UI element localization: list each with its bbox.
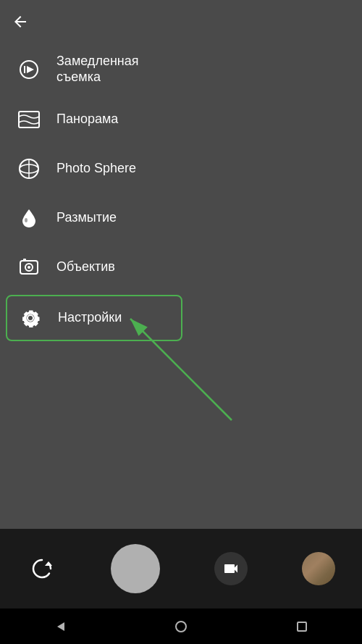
svg-point-10: [28, 266, 30, 269]
svg-marker-15: [57, 622, 64, 631]
menu-item-settings[interactable]: Настройки: [6, 295, 182, 341]
slow-motion-icon: [14, 55, 43, 84]
slow-motion-label: Замедленнаясъемка: [56, 54, 139, 85]
svg-marker-1: [27, 66, 34, 73]
svg-rect-17: [298, 622, 306, 631]
menu-item-panorama[interactable]: Панорама: [0, 95, 188, 144]
menu-item-lens[interactable]: Объектив: [0, 243, 188, 292]
nav-back-button[interactable]: [53, 619, 67, 634]
camera-view: Замедленнаясъемка Панорама: [0, 0, 362, 529]
menu-item-slow-motion[interactable]: Замедленнаясъемка: [0, 43, 188, 95]
menu-item-photo-sphere[interactable]: Photo Sphere: [0, 144, 188, 193]
lens-icon: [14, 253, 43, 282]
blur-icon: [14, 204, 43, 233]
menu-item-blur[interactable]: Размытие: [0, 193, 188, 243]
svg-marker-14: [45, 561, 52, 566]
svg-rect-3: [19, 112, 39, 127]
panorama-icon: [14, 105, 43, 134]
settings-label: Настройки: [58, 310, 122, 326]
photo-sphere-label: Photo Sphere: [56, 161, 136, 177]
rotate-camera-button[interactable]: [28, 554, 56, 583]
panorama-label: Панорама: [56, 112, 118, 127]
camera-controls-bar: [0, 529, 362, 609]
settings-icon: [16, 304, 45, 333]
nav-home-button[interactable]: [174, 619, 188, 634]
video-button[interactable]: [214, 552, 248, 585]
svg-point-7: [25, 218, 28, 222]
capture-button[interactable]: [111, 544, 160, 593]
blur-label: Размытие: [56, 210, 117, 226]
photo-sphere-icon: [14, 154, 43, 183]
nav-recent-button[interactable]: [295, 619, 309, 634]
navigation-bar: [0, 609, 362, 644]
gallery-thumbnail[interactable]: [302, 552, 335, 585]
back-button[interactable]: [12, 13, 29, 35]
lens-label: Объектив: [56, 259, 115, 275]
svg-point-16: [176, 622, 186, 632]
svg-rect-11: [23, 259, 26, 261]
camera-mode-menu: Замедленнаясъемка Панорама: [0, 43, 188, 344]
